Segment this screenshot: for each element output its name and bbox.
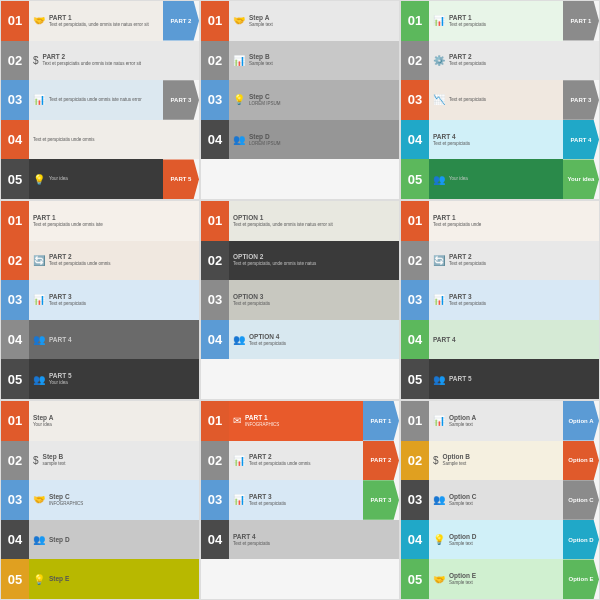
micro-text: Text et perspiciatis [49, 301, 195, 307]
row-icon: 📊 [433, 415, 445, 426]
row-content-5: 💡Your idea [29, 159, 163, 199]
row-3: 03📊PART 3Text et perspiciatisPART 3 [201, 480, 399, 520]
row-icon: 👥 [233, 334, 245, 345]
row-label: Step D [249, 133, 395, 140]
micro-text: Text et perspiciatis unde [433, 222, 595, 228]
row-right-label: Option A [563, 401, 599, 441]
row-content-3: 👥Option CSample text [429, 480, 563, 520]
row-content-1: 🤝Step ASample text [229, 1, 399, 41]
row-icon: 💡 [33, 174, 45, 185]
micro-text: Text et perspiciatis unde omnis [33, 137, 195, 143]
row-label: OPTION 3 [233, 293, 395, 300]
row-content-4: 👥Step DLOREM IPSUM [229, 120, 399, 160]
row-content-1: 📊PART 1Text et perspiciatis [429, 1, 563, 41]
row-content-1: Step AYour idea [29, 401, 199, 441]
row-2: 02📊Step BSample text [201, 41, 399, 81]
row-icon: $ [33, 455, 39, 466]
row-label: PART 4 [433, 133, 559, 140]
micro-text: Text et perspiciatis [449, 22, 559, 28]
row-number-3: 03 [401, 480, 429, 520]
row-text-block: Step D [49, 536, 195, 544]
row-number-1: 01 [1, 201, 29, 241]
row-icon: 🤝 [433, 574, 445, 585]
row-icon: 🤝 [33, 15, 45, 26]
row-text-block: PART 4Text et perspiciatis [433, 133, 559, 147]
row-number-4: 04 [1, 520, 29, 560]
micro-text: Text et perspiciatis [449, 261, 595, 267]
row-label: PART 2 [49, 253, 195, 260]
row-text-block: PART 2Text et perspiciatis [449, 253, 595, 267]
row-text-block: Text et perspiciatis unde omnis [33, 137, 195, 143]
row-3: 03👥Option CSample textOption C [401, 480, 599, 520]
row-4: 04👥Step DLOREM IPSUM [201, 120, 399, 160]
row-text-block: PART 2Text et perspiciatis unde omnis [249, 453, 359, 467]
row-text-block: Text et perspiciatis unde omnis iste nat… [49, 97, 159, 103]
row-2: 02OPTION 2Text et perspiciatis, unde omn… [201, 241, 399, 281]
row-number-1: 01 [1, 401, 29, 441]
row-4: 04Text et perspiciatis unde omnis [1, 120, 199, 160]
row-1: 01📊PART 1Text et perspiciatisPART 1 [401, 1, 599, 41]
row-label: PART 4 [49, 336, 195, 343]
row-1: 01🤝PART 1Text et perspiciatis, unde omni… [1, 1, 199, 41]
micro-text: Text et perspiciatis, unde omnis iste na… [233, 261, 395, 267]
row-content-2: 🔄PART 2Text et perspiciatis [429, 241, 599, 281]
row-text-block: Option DSample text [449, 533, 559, 547]
row-2: 02🔄PART 2Text et perspiciatis unde omnis [1, 241, 199, 281]
row-text-block: PART 5Your idea [49, 372, 195, 386]
row-right-label: Option B [563, 441, 599, 481]
row-right-label: Option D [563, 520, 599, 560]
row-label: Option E [449, 572, 559, 579]
row-icon: ✉ [233, 415, 241, 426]
row-number-3: 03 [201, 80, 229, 120]
row-text-block: PART 2Text et perspiciatis [449, 53, 595, 67]
row-number-3: 03 [401, 280, 429, 320]
row-content-3: 🤝Step CINFOGRAPHICS [29, 480, 199, 520]
micro-text: Your idea [49, 380, 195, 386]
row-content-4: Text et perspiciatis unde omnis [29, 120, 199, 160]
row-number-1: 01 [401, 1, 429, 41]
row-1: 01📊Option ASample textOption A [401, 401, 599, 441]
panel-7: 01Step AYour idea02$Step Bsample text03🤝… [0, 400, 200, 600]
row-content-3: 📊PART 3Text et perspiciatis [229, 480, 363, 520]
row-text-block: Step CLOREM IPSUM [249, 93, 395, 107]
row-right-label: Option C [563, 480, 599, 520]
micro-text: INFOGRAPHICS [245, 422, 359, 428]
micro-text: Sample text [249, 22, 395, 28]
row-icon: $ [433, 455, 439, 466]
panel-3: 01📊PART 1Text et perspiciatisPART 102⚙️P… [400, 0, 600, 200]
row-icon: 🔄 [433, 255, 445, 266]
row-icon: 🔄 [33, 255, 45, 266]
row-icon: 💡 [233, 94, 245, 105]
row-content-4: PART 4Text et perspiciatis [429, 120, 563, 160]
row-content-2: 📊Step BSample text [229, 41, 399, 81]
row-text-block: Step Bsample text [43, 453, 195, 467]
micro-text: Text et perspiciatis [249, 501, 359, 507]
row-3: 03💡Step CLOREM IPSUM [201, 80, 399, 120]
row-number-2: 02 [201, 241, 229, 281]
row-content-1: OPTION 1Text et perspiciatis, unde omnis… [229, 201, 399, 241]
row-text-block: Step CINFOGRAPHICS [49, 493, 195, 507]
micro-text: Text et perspiciatis [449, 61, 595, 67]
micro-text: Text et perspiciatis unde omnis [49, 261, 195, 267]
row-icon: 🤝 [33, 494, 45, 505]
row-content-2: 📊PART 2Text et perspiciatis unde omnis [229, 441, 363, 481]
row-right-label: PART 3 [363, 480, 399, 520]
row-label: PART 5 [49, 372, 195, 379]
row-label: PART 1 [449, 14, 559, 21]
row-text-block: PART 5 [449, 375, 595, 383]
row-4: 04💡Option DSample textOption D [401, 520, 599, 560]
row-5: 05💡Step E [1, 559, 199, 599]
row-label: Step C [249, 93, 395, 100]
row-label: Option C [449, 493, 559, 500]
row-right-label: PART 1 [563, 1, 599, 41]
row-number-2: 02 [201, 41, 229, 81]
row-icon: 🤝 [233, 15, 245, 26]
micro-text: Text et perspiciatis [233, 541, 395, 547]
row-5: 05🤝Option ESample textOption E [401, 559, 599, 599]
row-content-4: 👥Step D [29, 520, 199, 560]
row-text-block: PART 4 [433, 336, 595, 344]
row-3: 03🤝Step CINFOGRAPHICS [1, 480, 199, 520]
panel-6: 01PART 1Text et perspiciatis unde02🔄PART… [400, 200, 600, 400]
row-label: PART 1 [245, 414, 359, 421]
row-number-2: 02 [1, 241, 29, 281]
